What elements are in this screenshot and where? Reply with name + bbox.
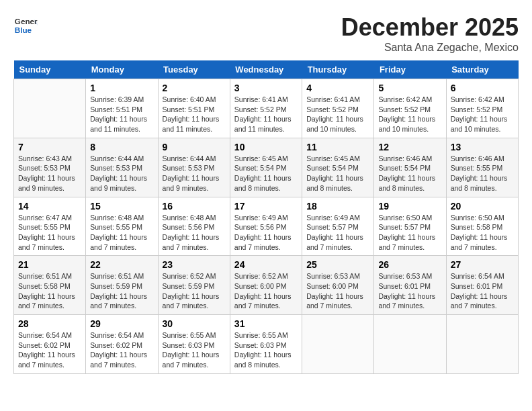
weekday-thursday: Thursday [302, 60, 374, 79]
header: General Blue December 2025 Santa Ana Zeg… [13, 13, 519, 54]
day-number: 14 [18, 201, 81, 212]
day-number: 29 [90, 318, 153, 329]
calendar-body: 1Sunrise: 6:39 AMSunset: 5:51 PMDaylight… [14, 79, 519, 374]
day-cell: 25Sunrise: 6:53 AMSunset: 6:00 PMDayligh… [302, 256, 374, 315]
day-info: Sunrise: 6:54 AMSunset: 6:02 PMDaylight:… [90, 330, 153, 370]
weekday-wednesday: Wednesday [230, 60, 302, 79]
day-info: Sunrise: 6:44 AMSunset: 5:53 PMDaylight:… [90, 154, 153, 193]
day-cell: 13Sunrise: 6:46 AMSunset: 5:55 PMDayligh… [446, 138, 518, 197]
day-cell: 5Sunrise: 6:42 AMSunset: 5:52 PMDaylight… [374, 79, 446, 138]
day-cell: 3Sunrise: 6:41 AMSunset: 5:52 PMDaylight… [230, 79, 302, 138]
day-number: 17 [234, 201, 298, 212]
day-cell [446, 315, 518, 374]
day-number: 16 [163, 201, 226, 212]
day-cell: 30Sunrise: 6:55 AMSunset: 6:03 PMDayligh… [158, 315, 230, 374]
day-number: 4 [306, 83, 369, 93]
day-number: 1 [90, 83, 153, 93]
day-cell: 16Sunrise: 6:48 AMSunset: 5:56 PMDayligh… [158, 197, 230, 256]
day-info: Sunrise: 6:47 AMSunset: 5:55 PMDaylight:… [18, 213, 81, 253]
day-info: Sunrise: 6:41 AMSunset: 5:52 PMDaylight:… [234, 95, 298, 134]
week-row-3: 14Sunrise: 6:47 AMSunset: 5:55 PMDayligh… [14, 197, 519, 256]
day-number: 28 [18, 318, 81, 329]
weekday-monday: Monday [86, 60, 158, 79]
day-info: Sunrise: 6:46 AMSunset: 5:55 PMDaylight:… [451, 154, 514, 193]
day-cell [302, 315, 374, 374]
day-info: Sunrise: 6:41 AMSunset: 5:52 PMDaylight:… [306, 95, 369, 134]
day-cell: 20Sunrise: 6:50 AMSunset: 5:58 PMDayligh… [446, 197, 518, 256]
weekday-header-row: SundayMondayTuesdayWednesdayThursdayFrid… [14, 60, 519, 79]
day-info: Sunrise: 6:48 AMSunset: 5:55 PMDaylight:… [90, 213, 153, 253]
weekday-tuesday: Tuesday [158, 60, 230, 79]
day-number: 12 [378, 142, 441, 152]
day-number: 27 [451, 259, 514, 270]
week-row-4: 21Sunrise: 6:51 AMSunset: 5:58 PMDayligh… [14, 256, 519, 315]
day-number: 22 [90, 259, 153, 270]
day-number: 8 [90, 142, 153, 152]
day-number: 19 [378, 201, 441, 212]
day-cell: 23Sunrise: 6:52 AMSunset: 5:59 PMDayligh… [158, 256, 230, 315]
day-number: 18 [306, 201, 369, 212]
day-number: 5 [378, 83, 441, 93]
day-info: Sunrise: 6:45 AMSunset: 5:54 PMDaylight:… [306, 154, 369, 193]
day-number: 30 [163, 318, 226, 329]
day-number: 21 [18, 259, 81, 270]
day-cell: 10Sunrise: 6:45 AMSunset: 5:54 PMDayligh… [230, 138, 302, 197]
day-info: Sunrise: 6:50 AMSunset: 5:58 PMDaylight:… [451, 213, 514, 253]
day-info: Sunrise: 6:53 AMSunset: 6:00 PMDaylight:… [306, 271, 369, 311]
day-number: 9 [163, 142, 226, 152]
location-subtitle: Santa Ana Zegache, Mexico [341, 42, 519, 54]
day-info: Sunrise: 6:48 AMSunset: 5:56 PMDaylight:… [163, 213, 226, 253]
day-number: 25 [306, 259, 369, 270]
day-cell: 7Sunrise: 6:43 AMSunset: 5:53 PMDaylight… [14, 138, 86, 197]
day-cell: 8Sunrise: 6:44 AMSunset: 5:53 PMDaylight… [86, 138, 158, 197]
calendar-table: SundayMondayTuesdayWednesdayThursdayFrid… [13, 60, 519, 374]
day-info: Sunrise: 6:55 AMSunset: 6:03 PMDaylight:… [234, 330, 298, 370]
day-number: 6 [451, 83, 514, 93]
day-info: Sunrise: 6:49 AMSunset: 5:57 PMDaylight:… [306, 213, 369, 253]
day-info: Sunrise: 6:55 AMSunset: 6:03 PMDaylight:… [163, 330, 226, 370]
day-cell: 27Sunrise: 6:54 AMSunset: 6:01 PMDayligh… [446, 256, 518, 315]
day-info: Sunrise: 6:51 AMSunset: 5:58 PMDaylight:… [18, 271, 81, 311]
day-info: Sunrise: 6:50 AMSunset: 5:57 PMDaylight:… [378, 213, 441, 253]
day-info: Sunrise: 6:39 AMSunset: 5:51 PMDaylight:… [90, 95, 153, 134]
day-number: 10 [234, 142, 298, 152]
logo: General Blue [13, 13, 38, 38]
day-cell: 18Sunrise: 6:49 AMSunset: 5:57 PMDayligh… [302, 197, 374, 256]
day-cell: 4Sunrise: 6:41 AMSunset: 5:52 PMDaylight… [302, 79, 374, 138]
week-row-5: 28Sunrise: 6:54 AMSunset: 6:02 PMDayligh… [14, 315, 519, 374]
day-info: Sunrise: 6:46 AMSunset: 5:54 PMDaylight:… [378, 154, 441, 193]
weekday-saturday: Saturday [446, 60, 518, 79]
day-number: 23 [163, 259, 226, 270]
day-info: Sunrise: 6:49 AMSunset: 5:56 PMDaylight:… [234, 213, 298, 253]
day-cell: 6Sunrise: 6:42 AMSunset: 5:52 PMDaylight… [446, 79, 518, 138]
day-cell: 1Sunrise: 6:39 AMSunset: 5:51 PMDaylight… [86, 79, 158, 138]
day-number: 7 [18, 142, 81, 152]
day-number: 3 [234, 83, 298, 93]
day-cell: 12Sunrise: 6:46 AMSunset: 5:54 PMDayligh… [374, 138, 446, 197]
day-cell: 29Sunrise: 6:54 AMSunset: 6:02 PMDayligh… [86, 315, 158, 374]
day-info: Sunrise: 6:54 AMSunset: 6:01 PMDaylight:… [451, 271, 514, 311]
day-cell: 15Sunrise: 6:48 AMSunset: 5:55 PMDayligh… [86, 197, 158, 256]
week-row-1: 1Sunrise: 6:39 AMSunset: 5:51 PMDaylight… [14, 79, 519, 138]
day-cell: 21Sunrise: 6:51 AMSunset: 5:58 PMDayligh… [14, 256, 86, 315]
day-info: Sunrise: 6:42 AMSunset: 5:52 PMDaylight:… [378, 95, 441, 134]
month-title: December 2025 [341, 13, 519, 42]
day-cell: 14Sunrise: 6:47 AMSunset: 5:55 PMDayligh… [14, 197, 86, 256]
day-cell: 2Sunrise: 6:40 AMSunset: 5:51 PMDaylight… [158, 79, 230, 138]
week-row-2: 7Sunrise: 6:43 AMSunset: 5:53 PMDaylight… [14, 138, 519, 197]
day-number: 24 [234, 259, 298, 270]
day-cell: 24Sunrise: 6:52 AMSunset: 6:00 PMDayligh… [230, 256, 302, 315]
day-info: Sunrise: 6:52 AMSunset: 6:00 PMDaylight:… [234, 271, 298, 311]
weekday-friday: Friday [374, 60, 446, 79]
day-cell [14, 79, 86, 138]
day-cell: 22Sunrise: 6:51 AMSunset: 5:59 PMDayligh… [86, 256, 158, 315]
day-info: Sunrise: 6:51 AMSunset: 5:59 PMDaylight:… [90, 271, 153, 311]
day-cell [374, 315, 446, 374]
day-number: 11 [306, 142, 369, 152]
logo-icon: General Blue [13, 13, 38, 38]
day-number: 31 [234, 318, 298, 329]
day-cell: 9Sunrise: 6:44 AMSunset: 5:53 PMDaylight… [158, 138, 230, 197]
day-info: Sunrise: 6:45 AMSunset: 5:54 PMDaylight:… [234, 154, 298, 193]
day-number: 15 [90, 201, 153, 212]
svg-text:General: General [15, 17, 38, 26]
